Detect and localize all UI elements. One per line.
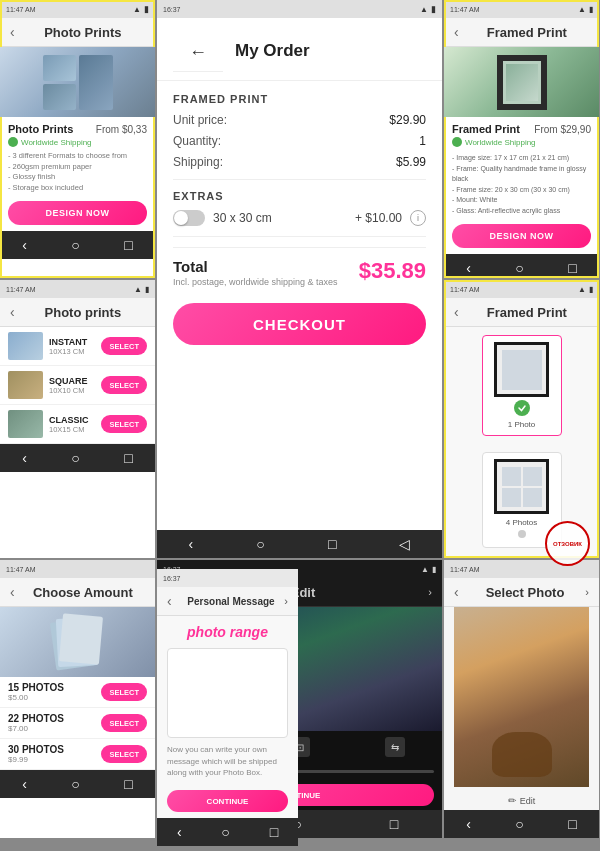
- photo-stack: [53, 615, 103, 670]
- extras-toggle[interactable]: [173, 210, 205, 226]
- nav-home-pm[interactable]: ○: [221, 824, 229, 840]
- list-item-square: SQUARE 10X10 CM SELECT: [0, 366, 155, 405]
- nav-bar-ml: ‹ ○ □: [0, 444, 155, 472]
- back-arrow-bl[interactable]: ‹: [10, 584, 15, 600]
- wifi-mr: ▲: [578, 285, 586, 294]
- nav-back-pm[interactable]: ‹: [177, 824, 182, 840]
- wifi-icon-tl: ▲: [133, 5, 141, 14]
- battery-bcl: ▮: [432, 565, 436, 574]
- back-arrow-ml[interactable]: ‹: [10, 304, 15, 320]
- header-br: ‹ Select Photo ›: [444, 578, 599, 607]
- nav-back-ml[interactable]: ‹: [22, 450, 27, 466]
- select-btn-instant[interactable]: SELECT: [101, 337, 147, 355]
- back-arrow-br[interactable]: ‹: [454, 584, 459, 600]
- info-square: SQUARE 10X10 CM: [49, 376, 95, 395]
- nav-home-tl[interactable]: ○: [71, 237, 79, 253]
- nav-home-br[interactable]: ○: [515, 816, 523, 832]
- select-btn-30[interactable]: SELECT: [101, 745, 147, 763]
- nav-back-tl[interactable]: ‹: [22, 237, 27, 253]
- nav-back-br[interactable]: ‹: [466, 816, 471, 832]
- nav-recent-order[interactable]: □: [328, 536, 336, 552]
- hero-tl: [0, 47, 155, 117]
- select-btn-square[interactable]: SELECT: [101, 376, 147, 394]
- layout-4-label: 4 Photos: [506, 518, 538, 527]
- design-now-btn-tr[interactable]: DESIGN NOW: [452, 224, 591, 248]
- screen-title-tr: Framed Print: [465, 25, 589, 40]
- mid-left-screen: 11:47 AM ▲ ▮ ‹ Photo prints INSTANT 10X1…: [0, 280, 155, 558]
- check-badge: [514, 400, 530, 416]
- nav-extra-order[interactable]: ◁: [399, 536, 410, 552]
- nav-back-tr[interactable]: ‹: [466, 260, 471, 276]
- amount-price-15: $5.00: [8, 693, 95, 702]
- continue-btn-pm[interactable]: CONTINUE: [167, 790, 288, 812]
- nav-back-bl[interactable]: ‹: [22, 776, 27, 792]
- nav-recent-ml[interactable]: □: [124, 450, 132, 466]
- total-label: Total: [173, 258, 338, 275]
- framed-mockup-inner: [506, 64, 538, 101]
- divider-2: [173, 236, 426, 237]
- mini-photo-3: [43, 84, 77, 110]
- photo-collage: [0, 47, 155, 117]
- shipping-row-label: Shipping:: [173, 155, 223, 169]
- nav-recent-br[interactable]: □: [568, 816, 576, 832]
- select-btn-22[interactable]: SELECT: [101, 714, 147, 732]
- product-price-tl: From $0,33: [96, 124, 147, 135]
- personal-message-screen-overlay: 16:37 ‹ Personal Message › photo range N…: [157, 569, 298, 846]
- forward-arrow-bcl[interactable]: ›: [428, 586, 432, 598]
- nav-recent-tr[interactable]: □: [568, 260, 576, 276]
- battery-icon-tl: ▮: [144, 4, 149, 14]
- nav-back-order[interactable]: ‹: [189, 536, 194, 552]
- cat-photo: [454, 607, 589, 787]
- list-item-classic: CLASSIC 10X15 CM SELECT: [0, 405, 155, 444]
- back-arrow-tl[interactable]: ‹: [10, 24, 15, 40]
- nav-home-order[interactable]: ○: [256, 536, 264, 552]
- checkout-button[interactable]: CHECKOUT: [173, 303, 426, 345]
- nav-home-bl[interactable]: ○: [71, 776, 79, 792]
- nav-bar-tr: ‹ ○ □: [444, 254, 599, 278]
- info-icon[interactable]: i: [410, 210, 426, 226]
- back-arrow-pm[interactable]: ‹: [167, 593, 172, 609]
- wifi-tr: ▲: [578, 5, 586, 14]
- forward-arrow-br[interactable]: ›: [585, 586, 589, 598]
- back-arrow-mr[interactable]: ‹: [454, 304, 459, 320]
- nav-home-ml[interactable]: ○: [71, 450, 79, 466]
- header-mr: ‹ Framed Print: [444, 298, 599, 327]
- shipping-row: Shipping: $5.99: [173, 155, 426, 169]
- nav-recent-bl[interactable]: □: [124, 776, 132, 792]
- flip-btn[interactable]: ⇆: [385, 737, 405, 757]
- amount-price-30: $9.99: [8, 755, 95, 764]
- status-bar-ml: 11:47 AM ▲ ▮: [0, 280, 155, 298]
- nav-recent-pm[interactable]: □: [270, 824, 278, 840]
- status-bar-pm: 16:37: [157, 569, 298, 587]
- edit-bar-br[interactable]: ✏ Edit: [444, 791, 599, 810]
- layout-1-option[interactable]: 1 Photo: [482, 335, 562, 436]
- size-classic: 10X15 CM: [49, 425, 95, 434]
- nav-recent-bcl[interactable]: □: [390, 816, 398, 832]
- screen-title-br: Select Photo: [465, 585, 586, 600]
- status-bar-tr: 11:47 AM ▲ ▮: [444, 0, 599, 18]
- nav-home-tr[interactable]: ○: [515, 260, 523, 276]
- unit-price-row: Unit price: $29.90: [173, 113, 426, 127]
- edit-bar-label: Edit: [520, 796, 536, 806]
- top-left-screen: 11:47 AM ▲ ▮ ‹ Photo Prints Photo Prints: [0, 0, 155, 278]
- header-tl: ‹ Photo Prints: [0, 18, 155, 47]
- back-arrow-tr[interactable]: ‹: [454, 24, 459, 40]
- total-section: Total Incl. postage, worldwide shipping …: [173, 247, 426, 295]
- nav-recent-tl[interactable]: □: [124, 237, 132, 253]
- order-content: FRAMED PRINT Unit price: $29.90 Quantity…: [157, 81, 442, 530]
- info-classic: CLASSIC 10X15 CM: [49, 415, 95, 434]
- order-title: My Order: [235, 41, 310, 61]
- product-name-tl: Photo Prints: [8, 123, 73, 135]
- select-btn-classic[interactable]: SELECT: [101, 415, 147, 433]
- shipping-text-tr: Worldwide Shipping: [465, 138, 536, 147]
- select-btn-15[interactable]: SELECT: [101, 683, 147, 701]
- watermark: ОТЗОВИК: [545, 521, 590, 566]
- message-area[interactable]: [167, 648, 288, 738]
- amount-hero: [0, 607, 155, 677]
- framed-section-label: FRAMED PRINT: [173, 93, 426, 105]
- design-now-btn-tl[interactable]: DESIGN NOW: [8, 201, 147, 225]
- forward-arrow-pm[interactable]: ›: [284, 595, 288, 607]
- nav-bar-pm: ‹ ○ □: [157, 818, 298, 846]
- thumb-classic: [8, 410, 43, 438]
- order-back-btn[interactable]: ←: [173, 30, 223, 72]
